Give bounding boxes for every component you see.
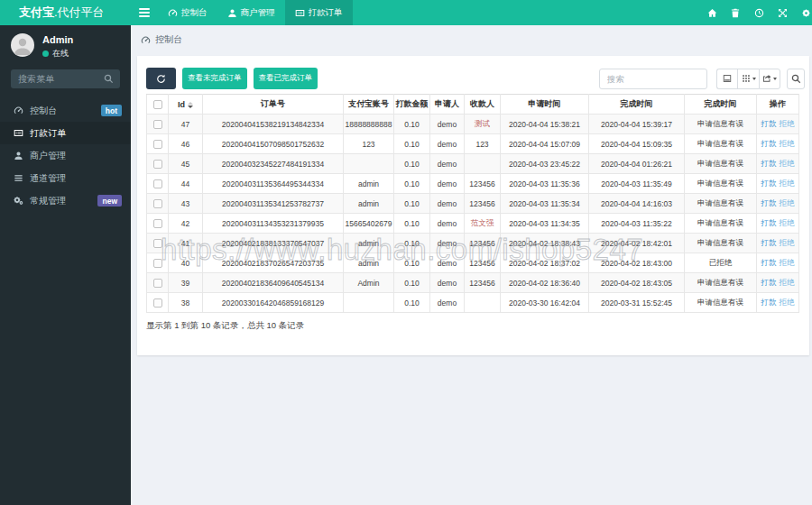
column-header[interactable]: 收款人	[465, 95, 501, 115]
column-header[interactable]: 订单号	[203, 95, 344, 115]
reject-link[interactable]: 拒绝	[780, 298, 795, 307]
app-logo[interactable]: 支付宝.代付平台	[0, 0, 131, 25]
cell-amount: 0.10	[394, 214, 430, 234]
cell-payee: 123	[465, 134, 501, 154]
pay-link[interactable]: 打款	[761, 218, 777, 227]
pay-link[interactable]: 打款	[761, 119, 777, 128]
topbar-right-icons	[700, 0, 812, 25]
cell-order-no: 202004032345227484191334	[203, 154, 344, 174]
topbar-item-2[interactable]: 商户管理	[217, 0, 285, 25]
row-checkbox[interactable]	[153, 120, 162, 129]
sidebar-item-3[interactable]: 商户管理	[0, 144, 131, 167]
reject-link[interactable]: 拒绝	[780, 119, 795, 128]
pay-link[interactable]: 打款	[761, 298, 777, 307]
topbar: 控制台商户管理打款订单	[131, 0, 812, 25]
row-checkbox[interactable]	[153, 219, 162, 228]
menu-toggle-icon[interactable]	[131, 0, 158, 25]
merchant-icon	[12, 151, 24, 161]
history-icon[interactable]	[747, 0, 770, 25]
cell-order-no: 202004031135341253782737	[203, 194, 344, 214]
home-icon[interactable]	[700, 0, 724, 25]
column-header[interactable]: 完成时间	[589, 95, 685, 115]
sidebar-item-4[interactable]: 通道管理	[0, 167, 131, 189]
column-header[interactable]: 申请人	[430, 95, 465, 115]
breadcrumb-label[interactable]: 控制台	[155, 33, 182, 46]
cell-amount: 0.10	[394, 115, 430, 134]
pay-link[interactable]: 打款	[761, 258, 777, 267]
sidebar-item-1[interactable]: 控制台hot	[0, 99, 131, 122]
reject-link[interactable]: 拒绝	[780, 179, 795, 188]
cell-alipay: 15665402679	[344, 214, 394, 234]
pay-link[interactable]: 打款	[761, 139, 777, 148]
cell-finish-time: 2020-03-31 15:52:45	[589, 293, 685, 313]
pay-link[interactable]: 打款	[761, 278, 777, 287]
topbar-item-3[interactable]: 打款订单	[285, 0, 353, 25]
row-checkbox[interactable]	[153, 179, 162, 188]
row-checkbox[interactable]	[153, 140, 162, 149]
export-button[interactable]	[759, 69, 780, 89]
columns-button[interactable]	[737, 69, 759, 89]
view-finished-button[interactable]: 查看已完成订单	[254, 68, 318, 89]
cell-status: 申请信息有误	[685, 234, 757, 253]
row-checkbox[interactable]	[153, 199, 162, 208]
paging-toggle-button[interactable]	[716, 69, 737, 89]
table-row: 47202004041538219134842334188888888880.1…	[147, 115, 799, 134]
pay-link[interactable]: 打款	[761, 179, 777, 188]
cell-amount: 0.10	[394, 174, 430, 194]
row-checkbox[interactable]	[153, 259, 162, 268]
reject-link[interactable]: 拒绝	[780, 218, 795, 227]
reject-link[interactable]: 拒绝	[780, 278, 795, 287]
cell-status: 申请信息有误	[685, 293, 757, 313]
cell-order-no: 202003301642046859168129	[203, 293, 344, 313]
fullscreen-icon[interactable]	[770, 0, 794, 25]
reject-link[interactable]: 拒绝	[780, 198, 795, 207]
trash-icon[interactable]	[724, 0, 747, 25]
pay-link[interactable]: 打款	[761, 159, 777, 168]
select-all-checkbox[interactable]	[153, 100, 162, 109]
column-header[interactable]: 打款金额	[394, 95, 430, 115]
column-header[interactable]: 支付宝账号	[344, 95, 394, 115]
reject-link[interactable]: 拒绝	[780, 159, 795, 168]
row-checkbox[interactable]	[153, 298, 162, 308]
cell-operations: 打款拒绝	[757, 194, 799, 214]
table-row: 41202004021838133370547037admin0.10demo1…	[147, 234, 799, 253]
pay-link[interactable]: 打款	[761, 238, 777, 247]
sidebar-item-5[interactable]: 常规管理new	[0, 189, 131, 212]
cell-amount: 0.10	[394, 134, 430, 154]
column-header[interactable]: 完成时间	[685, 95, 757, 115]
cell-status: 申请信息有误	[685, 174, 757, 194]
refresh-button[interactable]	[146, 68, 176, 89]
cell-operations: 打款拒绝	[757, 273, 799, 293]
cell-id: 43	[169, 194, 203, 214]
column-header[interactable]: 操作	[757, 95, 799, 115]
row-checkbox[interactable]	[153, 279, 162, 288]
cell-finish-time: 2020-04-04 14:16:03	[589, 194, 685, 214]
reject-link[interactable]: 拒绝	[780, 258, 795, 267]
table-search-input[interactable]	[599, 69, 707, 89]
cell-id: 38	[169, 293, 203, 313]
cell-id: 45	[169, 154, 203, 174]
cell-applicant: demo	[430, 134, 465, 154]
cell-id: 42	[169, 214, 203, 234]
cell-order-no: 202004021837026547203735	[203, 253, 344, 273]
view-unfinished-button[interactable]: 查看未完成订单	[182, 68, 247, 89]
cell-finish-time: 2020-04-04 01:26:21	[589, 154, 685, 174]
sidebar-item-2[interactable]: 打款订单	[0, 122, 131, 144]
row-checkbox[interactable]	[153, 239, 162, 248]
reject-link[interactable]: 拒绝	[780, 238, 795, 247]
topbar-item-1[interactable]: 控制台	[158, 0, 217, 25]
column-header[interactable]: Id	[169, 95, 203, 115]
cell-payee	[465, 293, 501, 313]
cell-amount: 0.10	[394, 194, 430, 214]
search-toggle-button[interactable]	[787, 69, 805, 89]
cell-finish-time: 2020-04-02 18:42:01	[589, 234, 685, 253]
cell-apply-time: 2020-04-03 11:34:35	[501, 214, 589, 234]
row-checkbox[interactable]	[153, 160, 162, 169]
reject-link[interactable]: 拒绝	[780, 139, 795, 148]
user-name: Admin	[42, 34, 73, 45]
gear-icon[interactable]	[794, 0, 812, 25]
pay-link[interactable]: 打款	[761, 198, 777, 207]
cell-finish-time: 2020-04-03 11:35:49	[589, 174, 685, 194]
column-header[interactable]: 申请时间	[501, 95, 589, 115]
table-row: 40202004021837026547203735admin0.10demo1…	[147, 253, 799, 273]
